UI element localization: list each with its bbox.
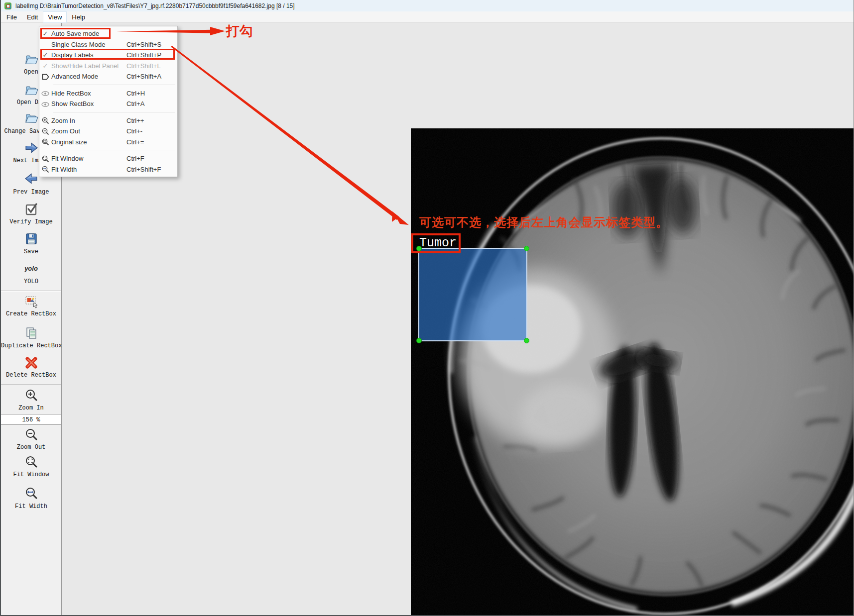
fit-width-icon — [24, 487, 38, 501]
check-icon: ✓ — [39, 62, 51, 70]
menu-item-shortcut: Ctrl+Shift+L — [126, 62, 177, 70]
resize-handle-bottom-right[interactable] — [524, 338, 529, 343]
menu-bar: File Edit View Help — [1, 11, 854, 23]
menu-item-show-hide-label-panel[interactable]: ✓ Show/Hide Label Panel Ctrl+Shift+L — [39, 61, 177, 72]
menu-item-label: Fit Window — [51, 155, 126, 162]
menu-item-show-rectbox[interactable]: Show RectBox Ctrl+A — [39, 99, 177, 109]
folder-open-icon — [24, 53, 39, 67]
menu-separator — [39, 147, 177, 153]
fit-width-button[interactable] — [1, 487, 61, 501]
arrow-right-icon — [24, 141, 39, 154]
yolo-format-icon: yolo — [24, 265, 38, 272]
zoom-percent-input[interactable]: 156 % — [1, 414, 61, 425]
original-size-icon — [39, 138, 51, 146]
eye-icon — [39, 90, 51, 97]
tick-annotation-text: 打勾 — [226, 22, 253, 40]
mri-image[interactable] — [411, 128, 854, 616]
fit-window-label: Fit Window — [1, 471, 61, 478]
duplicate-rectbox-label: Duplicate RectBox — [1, 342, 61, 349]
menu-edit[interactable]: Edit — [22, 12, 42, 22]
fit-width-label: Fit Width — [1, 503, 61, 510]
save-label: Save — [1, 248, 61, 255]
sidebar-separator — [1, 384, 61, 385]
menu-item-fit-width[interactable]: Fit Width Ctrl+Shift+F — [39, 164, 177, 175]
create-rectbox-button[interactable] — [1, 295, 61, 308]
fit-window-icon — [39, 155, 51, 163]
tumor-label-highlight-box — [411, 233, 461, 253]
menu-separator — [39, 82, 177, 88]
zoom-in-icon — [24, 389, 38, 403]
duplicate-icon — [24, 326, 38, 340]
folder-open-icon — [24, 111, 39, 125]
view-menu-popup: ✓ Auto Save mode Single Class Mode Ctrl+… — [39, 26, 178, 177]
delete-rectbox-label: Delete RectBox — [1, 372, 61, 379]
title-bar: labelImg D:\BrainTumorDetection_v8\TestF… — [1, 0, 854, 11]
menu-item-single-class-mode[interactable]: Single Class Mode Ctrl+Shift+S — [39, 39, 177, 50]
menu-separator — [39, 109, 177, 115]
duplicate-rectbox-button[interactable] — [1, 326, 61, 340]
menu-item-shortcut: Ctrl+Shift+F — [126, 166, 177, 173]
menu-item-label: Zoom In — [51, 117, 126, 124]
menu-item-label: Auto Save mode — [51, 30, 126, 37]
menu-item-original-size[interactable]: Original size Ctrl+= — [39, 137, 177, 148]
menu-item-shortcut: Ctrl+F — [126, 155, 177, 162]
resize-handle-top-right[interactable] — [524, 246, 529, 251]
brain-mri-graphic — [411, 128, 854, 616]
resize-handle-bottom-left[interactable] — [416, 338, 422, 343]
menu-item-hide-rectbox[interactable]: Hide RectBox Ctrl+H — [39, 88, 177, 99]
menu-help[interactable]: Help — [67, 12, 90, 22]
folder-open-icon — [24, 84, 39, 98]
menu-item-label: Show RectBox — [51, 100, 126, 107]
menu-item-shortcut: Ctrl+H — [126, 90, 177, 97]
tumor-rectbox[interactable] — [418, 248, 527, 341]
menu-item-advanced-mode[interactable]: Advanced Mode Ctrl+Shift+A — [39, 71, 177, 82]
menu-item-label: Single Class Mode — [51, 41, 126, 48]
fit-window-icon — [24, 455, 38, 469]
create-rectbox-label: Create RectBox — [1, 310, 61, 317]
menu-item-shortcut: Ctrl+= — [126, 138, 177, 146]
menu-item-zoom-out[interactable]: Zoom Out Ctrl+- — [39, 126, 177, 137]
checkbox-check-icon — [24, 202, 38, 216]
menu-item-auto-save-mode[interactable]: ✓ Auto Save mode — [39, 28, 177, 39]
menu-item-shortcut: Ctrl+- — [126, 127, 177, 135]
menu-item-shortcut: Ctrl+Shift+P — [126, 51, 177, 59]
eye-icon — [39, 100, 51, 107]
format-label: YOLO — [1, 278, 61, 285]
zoom-out-label: Zoom Out — [1, 444, 61, 451]
menu-item-zoom-in[interactable]: Zoom In Ctrl++ — [39, 115, 177, 126]
save-button[interactable] — [1, 232, 61, 246]
advanced-mode-icon — [39, 73, 51, 80]
zoom-out-icon — [24, 428, 38, 442]
menu-item-label: Zoom Out — [51, 127, 126, 135]
verify-image-button[interactable] — [1, 202, 61, 216]
app-icon — [4, 2, 11, 9]
zoom-in-icon — [39, 116, 51, 124]
menu-item-shortcut: Ctrl+Shift+S — [126, 41, 177, 48]
menu-view[interactable]: View — [43, 12, 66, 22]
fit-width-icon — [39, 165, 51, 173]
menu-item-shortcut: Ctrl++ — [126, 117, 177, 124]
check-icon: ✓ — [39, 51, 51, 59]
sidebar-separator — [1, 291, 61, 292]
menu-item-label: Hide RectBox — [51, 90, 126, 97]
zoom-in-button[interactable] — [1, 389, 61, 403]
menu-item-label: Display Labels — [51, 51, 126, 59]
delete-rectbox-button[interactable] — [1, 356, 61, 370]
menu-item-shortcut: Ctrl+Shift+A — [126, 73, 177, 80]
prev-image-label: Prev Image — [1, 189, 61, 196]
zoom-in-label: Zoom In — [1, 405, 61, 411]
fit-window-button[interactable] — [1, 455, 61, 469]
format-toggle-button[interactable]: yolo — [1, 264, 61, 273]
delete-x-icon — [24, 356, 39, 370]
menu-item-display-labels[interactable]: ✓ Display Labels Ctrl+Shift+P — [39, 50, 177, 61]
menu-item-fit-window[interactable]: Fit Window Ctrl+F — [39, 153, 177, 164]
menu-item-label: Fit Width — [51, 166, 126, 173]
verify-image-label: Verify Image — [1, 218, 61, 225]
zoom-out-button[interactable] — [1, 428, 61, 442]
zoom-out-icon — [39, 127, 51, 135]
menu-file[interactable]: File — [2, 12, 21, 22]
menu-item-shortcut: Ctrl+A — [126, 100, 177, 107]
menu-item-label: Show/Hide Label Panel — [51, 62, 126, 70]
arrow-left-icon — [24, 172, 39, 185]
floppy-save-icon — [24, 232, 38, 246]
